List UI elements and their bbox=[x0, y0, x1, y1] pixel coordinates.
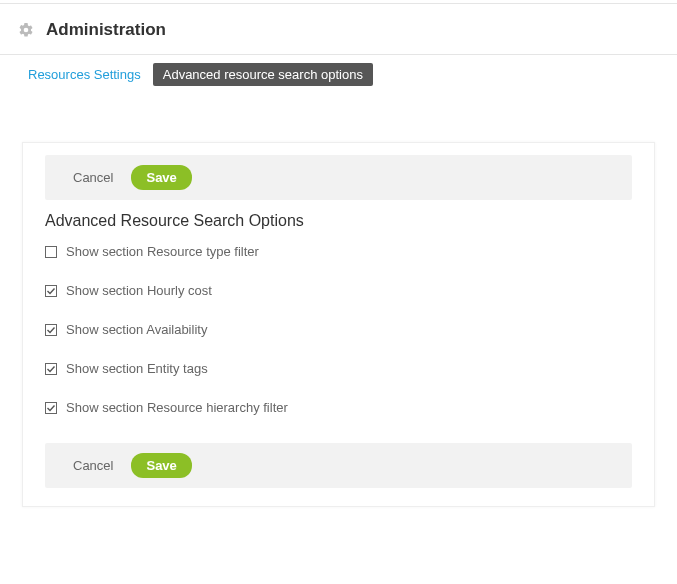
tabs: Resources Settings Advanced resource sea… bbox=[0, 55, 677, 94]
option-row: Show section Resource type filter bbox=[45, 244, 632, 259]
option-row: Show section Resource hierarchy filter bbox=[45, 400, 632, 415]
checkbox[interactable] bbox=[45, 324, 57, 336]
checkbox[interactable] bbox=[45, 363, 57, 375]
settings-panel: Cancel Save Advanced Resource Search Opt… bbox=[22, 142, 655, 507]
page-title: Administration bbox=[46, 20, 166, 40]
option-label: Show section Resource hierarchy filter bbox=[66, 400, 288, 415]
tab-advanced-resource-search-options[interactable]: Advanced resource search options bbox=[153, 63, 373, 86]
toolbar-bottom: Cancel Save bbox=[45, 443, 632, 488]
section-title: Advanced Resource Search Options bbox=[45, 212, 632, 230]
checkbox[interactable] bbox=[45, 285, 57, 297]
options-list: Show section Resource type filterShow se… bbox=[45, 244, 632, 415]
toolbar-top: Cancel Save bbox=[45, 155, 632, 200]
option-row: Show section Entity tags bbox=[45, 361, 632, 376]
gear-icon bbox=[18, 22, 34, 38]
checkbox[interactable] bbox=[45, 246, 57, 258]
save-button[interactable]: Save bbox=[131, 453, 191, 478]
option-label: Show section Hourly cost bbox=[66, 283, 212, 298]
option-label: Show section Availability bbox=[66, 322, 207, 337]
option-row: Show section Availability bbox=[45, 322, 632, 337]
checkbox[interactable] bbox=[45, 402, 57, 414]
option-label: Show section Entity tags bbox=[66, 361, 208, 376]
save-button[interactable]: Save bbox=[131, 165, 191, 190]
cancel-button[interactable]: Cancel bbox=[73, 458, 113, 473]
page-header: Administration bbox=[0, 4, 677, 55]
cancel-button[interactable]: Cancel bbox=[73, 170, 113, 185]
option-row: Show section Hourly cost bbox=[45, 283, 632, 298]
option-label: Show section Resource type filter bbox=[66, 244, 259, 259]
tab-resources-settings[interactable]: Resources Settings bbox=[28, 67, 141, 82]
